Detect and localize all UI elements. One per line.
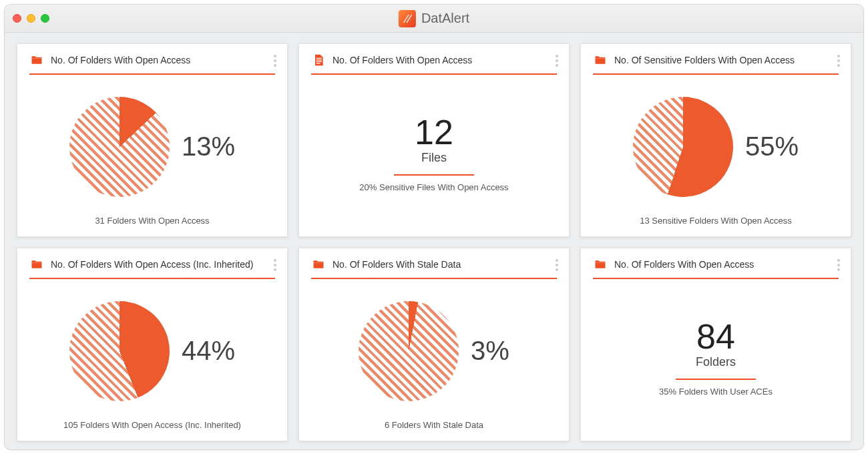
pie-chart: 3% bbox=[359, 301, 509, 401]
metric-unit: Folders bbox=[696, 355, 736, 369]
dashboard-card: No. Of Folders With Open Access84Folders… bbox=[580, 248, 851, 441]
card-body: 13% bbox=[29, 77, 275, 216]
card-footer: 105 Folders With Open Access (Inc. Inher… bbox=[29, 420, 275, 434]
card-menu-button[interactable] bbox=[553, 52, 561, 69]
pie-graphic bbox=[359, 301, 459, 401]
dashboard-card: No. Of Folders With Stale Data3%6 Folder… bbox=[298, 248, 570, 441]
card-title: No. Of Folders With Stale Data bbox=[333, 259, 461, 270]
card-body: 84Folders35% Folders With User ACEs bbox=[593, 282, 839, 434]
dashboard-card: No. Of Folders With Open Access (Inc. In… bbox=[17, 248, 288, 441]
folder-icon bbox=[29, 258, 44, 271]
card-title: No. Of Folders With Open Access bbox=[333, 55, 472, 65]
titlebar: DatAlert bbox=[5, 5, 863, 33]
card-body: 44% bbox=[29, 282, 275, 420]
folder-icon bbox=[593, 53, 608, 67]
window-controls bbox=[13, 14, 49, 23]
folder-icon bbox=[311, 258, 326, 271]
card-divider bbox=[311, 278, 557, 279]
card-header: No. Of Sensitive Folders With Open Acces… bbox=[593, 53, 839, 73]
card-body: 12Files20% Sensitive Files With Open Acc… bbox=[311, 77, 557, 230]
dashboard-card: No. Of Folders With Open Access13%31 Fol… bbox=[17, 43, 288, 237]
card-body: 3% bbox=[311, 282, 557, 420]
card-divider bbox=[593, 278, 839, 279]
pie-graphic bbox=[69, 301, 170, 401]
card-header: No. Of Folders With Open Access (Inc. In… bbox=[29, 258, 275, 278]
card-title: No. Of Sensitive Folders With Open Acces… bbox=[614, 55, 795, 65]
metric-stack: 12Files20% Sensitive Files With Open Acc… bbox=[359, 115, 508, 192]
card-title: No. Of Folders With Open Access bbox=[614, 259, 754, 270]
dashboard-content: No. Of Folders With Open Access13%31 Fol… bbox=[5, 33, 863, 449]
metric-divider bbox=[394, 174, 474, 176]
card-menu-button[interactable] bbox=[553, 256, 561, 274]
pie-percent-label: 55% bbox=[745, 132, 799, 162]
card-title: No. Of Folders With Open Access bbox=[51, 55, 190, 65]
app-logo-icon bbox=[399, 10, 416, 27]
cards-grid: No. Of Folders With Open Access13%31 Fol… bbox=[17, 43, 851, 443]
card-header: No. Of Folders With Open Access bbox=[593, 258, 839, 278]
dashboard-card: No. Of Folders With Open Access12Files20… bbox=[298, 43, 570, 237]
card-menu-button[interactable] bbox=[271, 52, 279, 69]
folder-icon bbox=[593, 258, 608, 271]
app-header: DatAlert bbox=[399, 10, 469, 27]
card-menu-button[interactable] bbox=[835, 52, 843, 69]
minimize-window-button[interactable] bbox=[27, 14, 35, 23]
file-icon bbox=[311, 53, 326, 67]
metric-value: 12 bbox=[415, 115, 453, 150]
pie-chart: 55% bbox=[633, 97, 799, 197]
card-footer: 31 Folders With Open Access bbox=[29, 216, 275, 230]
card-header: No. Of Folders With Stale Data bbox=[311, 258, 557, 278]
card-menu-button[interactable] bbox=[835, 256, 843, 274]
card-menu-button[interactable] bbox=[271, 256, 279, 274]
card-header: No. Of Folders With Open Access bbox=[29, 53, 275, 73]
pie-graphic bbox=[633, 97, 733, 197]
folder-icon bbox=[29, 53, 44, 67]
metric-subtext: 35% Folders With User ACEs bbox=[659, 387, 773, 397]
metric-value: 84 bbox=[696, 319, 735, 354]
pie-percent-label: 13% bbox=[182, 132, 235, 162]
metric-stack: 84Folders35% Folders With User ACEs bbox=[659, 319, 773, 397]
card-body: 55% bbox=[593, 77, 839, 216]
card-divider bbox=[593, 73, 839, 75]
dashboard-card: No. Of Sensitive Folders With Open Acces… bbox=[580, 43, 851, 237]
card-title: No. Of Folders With Open Access (Inc. In… bbox=[51, 259, 253, 270]
card-divider bbox=[29, 73, 275, 75]
card-header: No. Of Folders With Open Access bbox=[311, 53, 557, 73]
pie-percent-label: 3% bbox=[471, 336, 509, 366]
metric-divider bbox=[676, 379, 756, 380]
metric-subtext: 20% Sensitive Files With Open Access bbox=[359, 182, 508, 192]
maximize-window-button[interactable] bbox=[41, 14, 49, 23]
pie-chart: 44% bbox=[69, 301, 235, 401]
card-divider bbox=[311, 73, 557, 75]
card-divider bbox=[29, 278, 275, 279]
pie-chart: 13% bbox=[69, 97, 235, 197]
pie-percent-label: 44% bbox=[182, 336, 235, 366]
close-window-button[interactable] bbox=[13, 14, 21, 23]
metric-unit: Files bbox=[421, 151, 447, 165]
card-footer: 6 Folders With Stale Data bbox=[311, 420, 557, 434]
app-window: DatAlert No. Of Folders With Open Access… bbox=[4, 4, 864, 450]
card-footer: 13 Sensitive Folders With Open Access bbox=[593, 216, 839, 230]
app-title: DatAlert bbox=[421, 11, 469, 26]
pie-graphic bbox=[69, 97, 170, 197]
